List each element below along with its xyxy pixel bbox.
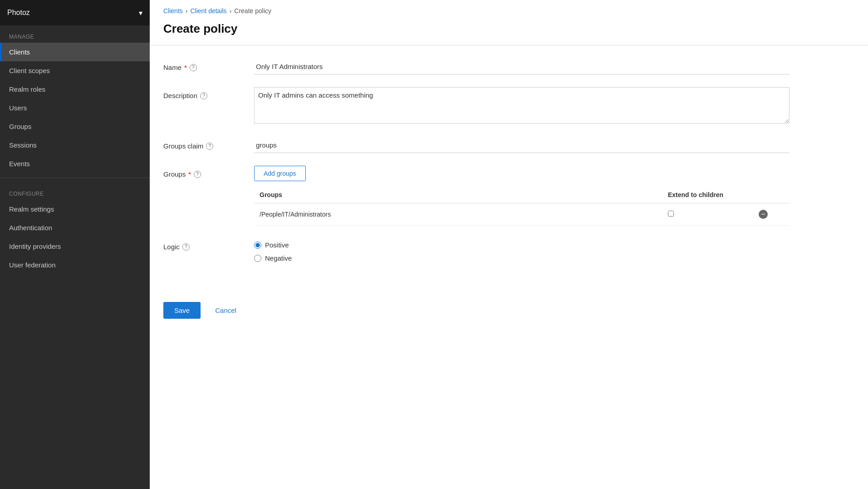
breadcrumb-client-details[interactable]: Client details	[190, 7, 226, 15]
logic-negative-option[interactable]: Negative	[254, 254, 790, 262]
logic-positive-option[interactable]: Positive	[254, 241, 790, 249]
logic-field: Positive Negative	[254, 238, 790, 262]
breadcrumb-sep-2: ›	[230, 7, 232, 15]
sidebar-item-identity-providers[interactable]: Identity providers	[0, 237, 150, 256]
save-button[interactable]: Save	[163, 302, 201, 319]
logic-positive-radio[interactable]	[254, 242, 261, 249]
groups-claim-input[interactable]	[254, 138, 790, 153]
remove-group-button[interactable]: −	[759, 210, 768, 219]
sidebar-section-manage: Manage	[0, 25, 150, 43]
groups-field: Add groups Groups Extend to children /Pe…	[254, 166, 790, 226]
group-action-cell: −	[753, 203, 790, 226]
breadcrumb-clients[interactable]: Clients	[163, 7, 183, 15]
main-content: Clients › Client details › Create policy…	[150, 0, 868, 489]
sidebar-item-client-scopes[interactable]: Client scopes	[0, 61, 150, 80]
app-selector[interactable]: Photoz ▾	[0, 0, 150, 25]
extend-checkbox[interactable]	[668, 211, 674, 217]
dropdown-arrow-icon: ▾	[139, 9, 142, 17]
groups-claim-field	[254, 138, 790, 153]
description-input[interactable]	[254, 87, 790, 123]
logic-radio-group: Positive Negative	[254, 238, 790, 262]
logic-help-icon[interactable]: ?	[182, 243, 190, 251]
sidebar-item-events[interactable]: Events	[0, 154, 150, 173]
groups-label: Groups * ?	[163, 166, 254, 178]
name-required: *	[184, 64, 187, 71]
add-groups-button[interactable]: Add groups	[254, 166, 306, 181]
cancel-button[interactable]: Cancel	[208, 302, 244, 319]
sidebar-item-users[interactable]: Users	[0, 99, 150, 117]
logic-label: Logic ?	[163, 238, 254, 251]
groups-claim-row: Groups claim ?	[163, 138, 790, 153]
groups-claim-label: Groups claim ?	[163, 138, 254, 150]
page-title: Create policy	[150, 18, 868, 45]
form-container: Name * ? Description ? Groups claim ?	[150, 59, 803, 293]
breadcrumb-current: Create policy	[234, 7, 271, 15]
name-row: Name * ?	[163, 59, 790, 74]
groups-help-icon[interactable]: ?	[194, 171, 201, 178]
sidebar-item-user-federation[interactable]: User federation	[0, 256, 150, 274]
groups-table-header: Groups Extend to children	[254, 187, 790, 203]
sidebar-item-sessions[interactable]: Sessions	[0, 136, 150, 154]
description-row: Description ?	[163, 87, 790, 125]
col-groups: Groups	[254, 187, 662, 203]
sidebar-item-authentication[interactable]: Authentication	[0, 218, 150, 237]
name-label: Name * ?	[163, 59, 254, 71]
groups-row: Groups * ? Add groups Groups Extend to c…	[163, 166, 790, 226]
sidebar-item-realm-settings[interactable]: Realm settings	[0, 200, 150, 218]
sidebar-item-groups[interactable]: Groups	[0, 117, 150, 136]
breadcrumb-sep-1: ›	[186, 7, 188, 15]
sidebar-section-configure: Configure	[0, 183, 150, 200]
description-label: Description ?	[163, 87, 254, 99]
sidebar-item-clients[interactable]: Clients	[0, 43, 150, 61]
table-row: /People/IT/Administrators−	[254, 203, 790, 226]
group-path-cell: /People/IT/Administrators	[254, 203, 662, 226]
title-divider	[150, 45, 868, 45]
name-help-icon[interactable]: ?	[190, 64, 197, 71]
groups-required: *	[188, 170, 191, 178]
groups-table: Groups Extend to children /People/IT/Adm…	[254, 187, 790, 226]
col-action	[753, 187, 790, 203]
form-footer: Save Cancel	[150, 293, 868, 328]
description-field	[254, 87, 790, 125]
col-extend: Extend to children	[662, 187, 753, 203]
breadcrumb: Clients › Client details › Create policy	[150, 0, 868, 18]
sidebar-divider	[0, 178, 150, 178]
description-help-icon[interactable]: ?	[200, 92, 207, 99]
sidebar: Photoz ▾ ManageClientsClient scopesRealm…	[0, 0, 150, 489]
sidebar-item-realm-roles[interactable]: Realm roles	[0, 80, 150, 99]
groups-claim-help-icon[interactable]: ?	[206, 143, 213, 150]
logic-negative-radio[interactable]	[254, 255, 261, 262]
name-field	[254, 59, 790, 74]
logic-negative-label: Negative	[265, 254, 292, 262]
name-input[interactable]	[254, 59, 790, 74]
group-extend-cell	[662, 203, 753, 226]
app-name: Photoz	[7, 9, 30, 17]
logic-positive-label: Positive	[265, 241, 289, 249]
logic-row: Logic ? Positive Negative	[163, 238, 790, 262]
